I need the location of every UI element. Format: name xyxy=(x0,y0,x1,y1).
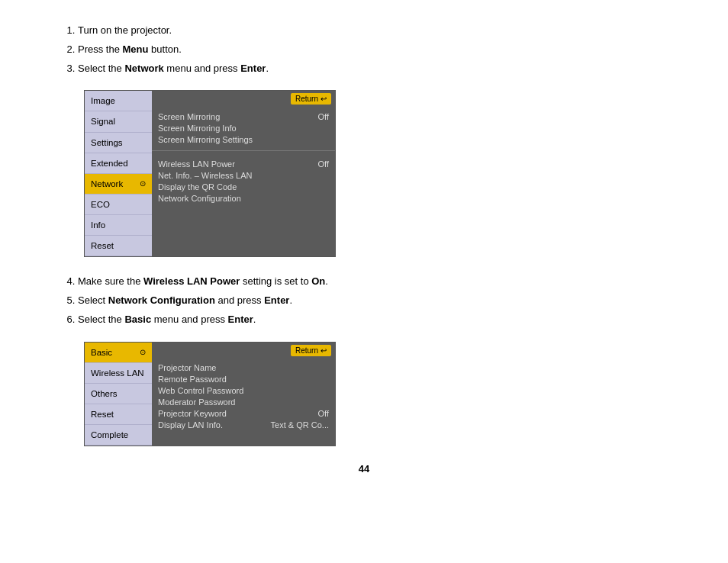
menu-item-network-config: Network Configuration xyxy=(158,192,329,204)
bold-enter-1: Enter xyxy=(240,63,266,74)
menu-item-screen-mirroring-settings: Screen Mirroring Settings xyxy=(158,134,329,145)
menu-item-net-info: Net. Info. – Wireless LAN xyxy=(158,169,329,181)
sidebar-item-eco: ECO xyxy=(85,195,152,215)
sidebar-item-reset: Reset xyxy=(85,236,152,256)
instructions-section-2: Make sure the Wireless LAN Power setting… xyxy=(61,274,667,327)
menu-item-display-lan-info: Display LAN Info. Text & QR Co... xyxy=(158,420,329,431)
sidebar-item-signal: Signal xyxy=(85,111,152,132)
menu-item-moderator-password: Moderator Password xyxy=(158,397,329,408)
menu-item-remote-password: Remote Password xyxy=(158,374,329,385)
menu-screenshot-2: Basic Wireless LAN Others Reset Complete… xyxy=(84,342,336,446)
return-button-1: Return xyxy=(291,93,331,105)
menu-sidebar-1: Image Signal Settings Extended Network E… xyxy=(85,91,152,256)
instruction-2: Press the Menu button. xyxy=(78,42,667,58)
menu-section-basic: Projector Name Remote Password Web Contr… xyxy=(152,358,335,434)
page-number: 44 xyxy=(61,463,667,475)
bold-enter-2: Enter xyxy=(264,294,289,306)
instruction-5: Select Network Configuration and press E… xyxy=(78,293,667,309)
menu-screenshot-1: Image Signal Settings Extended Network E… xyxy=(84,90,336,257)
sidebar-item-settings: Settings xyxy=(85,133,152,153)
menu-section-mirroring: Screen Mirroring Off Screen Mirroring In… xyxy=(152,106,335,148)
menu-item-projector-keyword: Projector Keyword Off xyxy=(158,408,329,420)
sidebar-item-others: Others xyxy=(85,384,152,404)
sidebar-item-network: Network xyxy=(85,174,152,195)
menu-item-web-control-password: Web Control Password xyxy=(158,385,329,397)
menu-item-screen-mirroring: Screen Mirroring Off xyxy=(158,111,329,122)
menu-item-screen-mirroring-info: Screen Mirroring Info xyxy=(158,122,329,134)
bold-wireless-lan-power: Wireless LAN Power xyxy=(143,275,240,287)
instruction-4: Make sure the Wireless LAN Power setting… xyxy=(78,274,667,290)
sidebar-item-reset-2: Reset xyxy=(85,404,152,425)
menu-main-1: Return Screen Mirroring Off Screen Mirro… xyxy=(152,91,335,256)
menu-sidebar-2: Basic Wireless LAN Others Reset Complete xyxy=(85,343,152,446)
bold-network: Network xyxy=(124,63,163,74)
instructions-section-1: Turn on the projector. Press the Menu bu… xyxy=(61,23,667,76)
menu-section-wireless: Wireless LAN Power Off Net. Info. – Wire… xyxy=(152,153,335,207)
menu-item-display-qr: Display the QR Code xyxy=(158,181,329,192)
return-button-2: Return xyxy=(291,345,331,356)
menu-item-wireless-lan-power: Wireless LAN Power Off xyxy=(158,158,329,169)
sidebar-item-wireless-lan: Wireless LAN xyxy=(85,363,152,384)
menu-item-projector-name: Projector Name xyxy=(158,362,329,374)
bold-on: On xyxy=(311,275,325,287)
sidebar-item-extended: Extended xyxy=(85,153,152,174)
sidebar-item-complete: Complete xyxy=(85,425,152,446)
sidebar-item-image: Image xyxy=(85,91,152,111)
sidebar-item-info: Info xyxy=(85,215,152,236)
bold-basic: Basic xyxy=(124,314,151,325)
instruction-1: Turn on the projector. xyxy=(78,23,667,39)
bold-menu: Menu xyxy=(123,43,149,55)
instruction-6: Select the Basic menu and press Enter. xyxy=(78,312,667,328)
bold-network-configuration: Network Configuration xyxy=(108,294,215,306)
instruction-3: Select the Network menu and press Enter. xyxy=(78,61,667,77)
sidebar-item-basic: Basic xyxy=(85,343,152,363)
bold-enter-3: Enter xyxy=(228,314,253,325)
menu-main-2: Return Projector Name Remote Password We… xyxy=(152,343,335,446)
